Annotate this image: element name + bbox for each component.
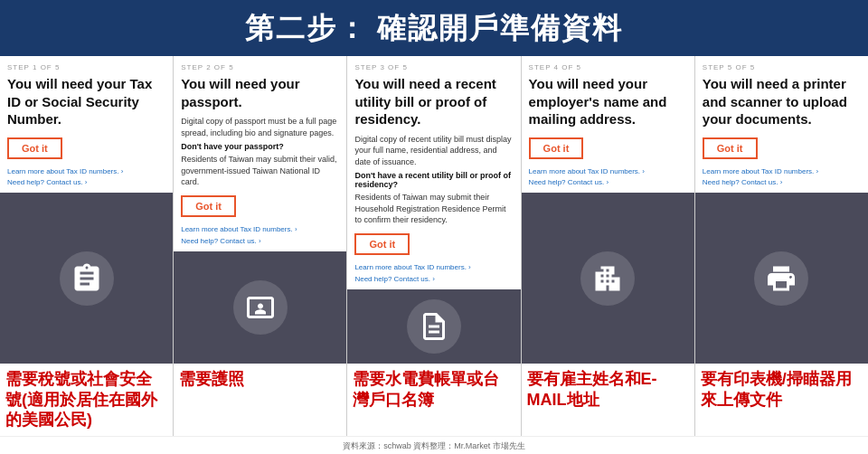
main-text-4: You will need your employer's name and m… [529,75,687,128]
column-2: STEP 2 OF 5You will need your passport.D… [174,56,347,436]
learn-more-1[interactable]: Learn more about Tax ID numbers. ›Need h… [7,166,165,190]
body-block-2-2: Residents of Taiwan may submit their val… [181,154,339,188]
body-block-3-2: Residents of Taiwan may submit their Hou… [354,192,513,226]
step-label-2: STEP 2 OF 5 [181,63,339,71]
col-3-image [347,289,520,364]
step-label-5: STEP 5 OF 5 [703,63,861,71]
column-1: STEP 1 OF 5You will need your Tax ID or … [0,56,174,436]
body-block-2-1: Don't have your passport? [181,142,339,151]
got-it-button-4[interactable]: Got it [529,137,584,159]
step-label-1: STEP 1 OF 5 [7,63,165,71]
footer: 資料來源：schwab 資料整理：Mr.Market 市場先生 [0,436,868,454]
col-5-top: STEP 5 OF 5You will need a printer and s… [695,56,868,193]
step-label-3: STEP 3 OF 5 [354,63,513,71]
col-2-top: STEP 2 OF 5You will need your passport.D… [174,56,346,251]
column-3: STEP 3 OF 5You will need a recent utilit… [347,56,521,436]
columns-container: STEP 1 OF 5You will need your Tax ID or … [0,56,868,436]
body-block-3-0: Digital copy of recent utility bill must… [354,134,513,168]
col-1-caption: 需要稅號或社會安全號(適用於居住在國外的美國公民) [0,364,173,436]
learn-more-2[interactable]: Learn more about Tax ID numbers. ›Need h… [181,224,339,248]
learn-more-3[interactable]: Learn more about Tax ID numbers. ›Need h… [354,262,513,286]
building-icon [580,251,635,306]
body-block-3-1: Don't have a recent utility bill or proo… [354,171,513,189]
column-5: STEP 5 OF 5You will need a printer and s… [695,56,868,436]
col-4-image [522,193,694,364]
got-it-button-3[interactable]: Got it [354,233,410,255]
col-3-caption: 需要水電費帳單或台灣戶口名簿 [347,364,520,436]
step-label-4: STEP 4 OF 5 [529,63,687,71]
passport-icon [233,280,288,335]
header: 第二步： 確認開戶準備資料 [0,0,868,56]
main-text-2: You will need your passport. [181,75,339,110]
col-4-caption: 要有雇主姓名和E-MAIL地址 [522,364,694,436]
clipboard-icon [60,251,114,306]
learn-more-5[interactable]: Learn more about Tax ID numbers. ›Need h… [703,166,861,190]
printer-icon [754,251,808,306]
footer-text: 資料來源：schwab 資料整理：Mr.Market 市場先生 [343,441,525,450]
document-icon [407,299,461,354]
body-block-2-0: Digital copy of passport must be a full … [181,116,339,138]
main-text-1: You will need your Tax ID or Social Secu… [7,75,165,128]
col-5-image [695,193,868,364]
column-4: STEP 4 OF 5You will need your employer's… [522,56,695,436]
col-3-top: STEP 3 OF 5You will need a recent utilit… [347,56,520,289]
col-1-top: STEP 1 OF 5You will need your Tax ID or … [0,56,173,193]
main-text-5: You will need a printer and scanner to u… [703,75,861,128]
got-it-button-1[interactable]: Got it [7,137,62,159]
col-2-caption: 需要護照 [174,364,346,436]
col-2-image [174,251,346,364]
col-5-caption: 要有印表機/掃瞄器用來上傳文件 [695,364,868,436]
col-1-image [0,193,173,364]
header-title: 第二步： 確認開戶準備資料 [245,12,624,44]
col-4-top: STEP 4 OF 5You will need your employer's… [522,56,694,193]
main-text-3: You will need a recent utility bill or p… [354,75,513,128]
got-it-button-2[interactable]: Got it [181,195,236,217]
learn-more-4[interactable]: Learn more about Tax ID numbers. ›Need h… [529,166,687,190]
got-it-button-5[interactable]: Got it [703,137,758,159]
